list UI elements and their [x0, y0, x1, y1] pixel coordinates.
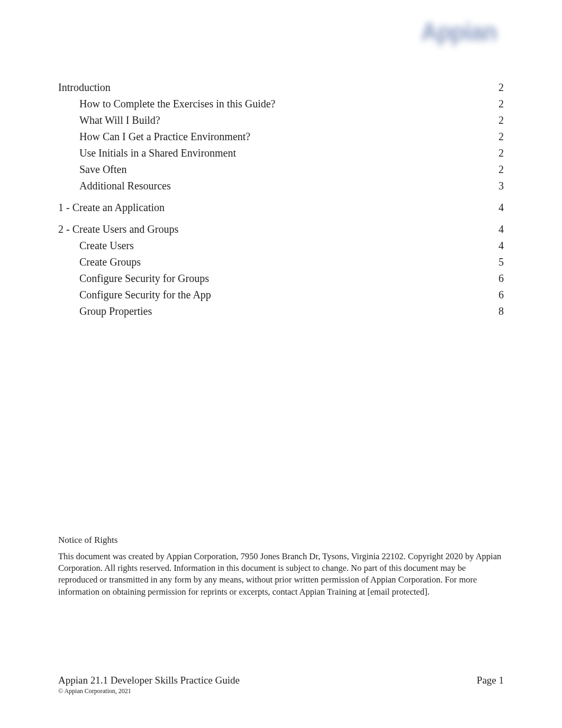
toc-entry-page: 2: [488, 145, 504, 161]
toc-entry-page: 2: [488, 112, 504, 129]
toc-entry[interactable]: Group Properties 8: [58, 303, 504, 320]
toc-entry-title: Introduction: [58, 79, 111, 96]
toc-entry[interactable]: Configure Security for Groups 6: [58, 270, 504, 287]
toc-entry-title: 1 - Create an Application: [58, 199, 165, 216]
toc-entry[interactable]: What Will I Build? 2: [58, 112, 504, 129]
toc-entry[interactable]: Save Often 2: [58, 161, 504, 178]
toc-entry-page: 4: [488, 238, 504, 254]
toc-entry-title: Additional Resources: [79, 178, 171, 194]
toc-entry-title: Configure Security for the App: [79, 287, 211, 303]
toc-entry-page: 6: [488, 287, 504, 303]
toc-entry-page: 2: [488, 79, 504, 96]
toc-entry[interactable]: Additional Resources 3: [58, 178, 504, 194]
toc-section: 1 - Create an Application 4: [58, 199, 504, 216]
toc-entry-page: 4: [488, 199, 504, 216]
toc-entry[interactable]: How Can I Get a Practice Environment? 2: [58, 129, 504, 145]
toc-entry-create-application[interactable]: 1 - Create an Application 4: [58, 199, 504, 216]
toc-entry-title: Configure Security for Groups: [79, 270, 209, 287]
toc-entry-page: 5: [488, 254, 504, 270]
notice-body: This document was created by Appian Corp…: [58, 551, 504, 598]
table-of-contents: Introduction 2 How to Complete the Exerc…: [58, 79, 504, 320]
toc-section: Introduction 2 How to Complete the Exerc…: [58, 79, 504, 194]
toc-entry-page: 2: [488, 129, 504, 145]
toc-entry-page: 4: [488, 221, 504, 238]
toc-entry[interactable]: Use Initials in a Shared Environment 2: [58, 145, 504, 161]
notice-of-rights: Notice of Rights This document was creat…: [58, 534, 504, 598]
footer-doc-title: Appian 21.1 Developer Skills Practice Gu…: [58, 675, 240, 686]
toc-entry[interactable]: Create Groups 5: [58, 254, 504, 270]
footer-page-number: Page 1: [477, 675, 504, 686]
toc-entry[interactable]: Create Users 4: [58, 238, 504, 254]
toc-entry-page: 2: [488, 161, 504, 178]
toc-entry-title: Use Initials in a Shared Environment: [79, 145, 236, 161]
brand-logo: Appian: [414, 11, 504, 53]
toc-entry[interactable]: Configure Security for the App 6: [58, 287, 504, 303]
toc-entry-title: 2 - Create Users and Groups: [58, 221, 178, 238]
toc-entry-page: 2: [488, 96, 504, 112]
toc-entry-title: Create Users: [79, 238, 134, 254]
toc-entry-title: Save Often: [79, 161, 126, 178]
toc-entry[interactable]: How to Complete the Exercises in this Gu…: [58, 96, 504, 112]
toc-entry-title: How Can I Get a Practice Environment?: [79, 129, 250, 145]
notice-heading: Notice of Rights: [58, 534, 504, 547]
toc-entry-introduction[interactable]: Introduction 2: [58, 79, 504, 96]
toc-entry-title: What Will I Build?: [79, 112, 160, 129]
toc-entry-title: Group Properties: [79, 303, 152, 320]
toc-section: 2 - Create Users and Groups 4 Create Use…: [58, 221, 504, 320]
toc-entry-create-users-groups[interactable]: 2 - Create Users and Groups 4: [58, 221, 504, 238]
toc-entry-page: 6: [488, 270, 504, 287]
toc-entry-page: 8: [488, 303, 504, 320]
footer-copyright: © Appian Corporation, 2021: [58, 687, 504, 695]
toc-entry-title: Create Groups: [79, 254, 141, 270]
toc-entry-title: How to Complete the Exercises in this Gu…: [79, 96, 275, 112]
document-page: Appian Introduction 2 How to Complete th…: [0, 0, 562, 728]
toc-entry-page: 3: [488, 178, 504, 194]
brand-logo-text: Appian: [421, 18, 496, 46]
page-footer: Appian 21.1 Developer Skills Practice Gu…: [58, 675, 504, 695]
